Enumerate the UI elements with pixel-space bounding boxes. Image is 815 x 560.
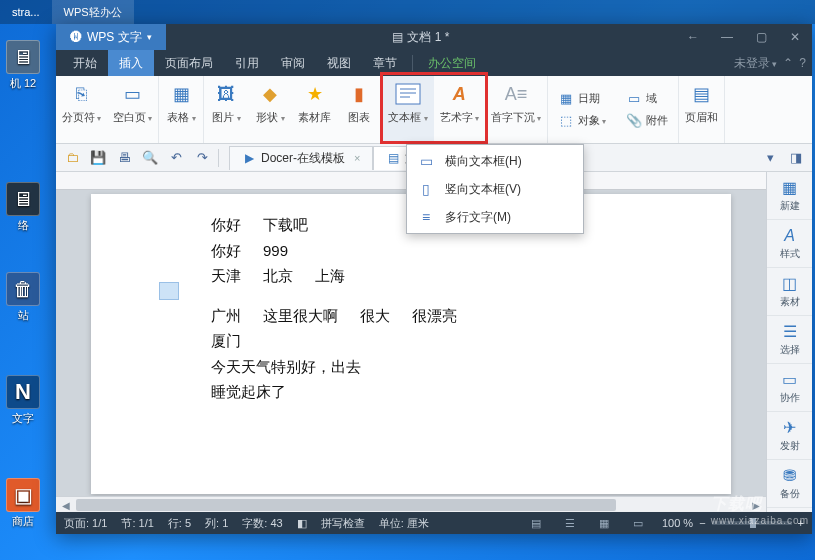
doc-title: ▤文档 1 * [166, 29, 676, 46]
task-pane-icon[interactable]: ◨ [786, 148, 806, 168]
status-unit[interactable]: 单位: 厘米 [379, 516, 429, 531]
back-button[interactable]: ← [676, 24, 710, 50]
tab-list-icon[interactable]: ▾ [760, 148, 780, 168]
doc-icon: ▤ [392, 30, 403, 44]
view-page-icon[interactable]: ▤ [526, 515, 546, 531]
chevron-down-icon: ▾ [147, 32, 152, 42]
scroll-right-icon[interactable]: ▶ [748, 497, 764, 512]
chart-button[interactable]: ▮图表 [337, 76, 381, 143]
menu-pagelayout[interactable]: 页面布局 [154, 50, 224, 76]
sp-send[interactable]: ✈发射 [767, 412, 812, 460]
menu-office-space[interactable]: 办公空间 [417, 50, 487, 76]
help-icon[interactable]: ? [799, 56, 806, 70]
menu-reference[interactable]: 引用 [224, 50, 270, 76]
open-icon[interactable]: 🗀 [62, 148, 82, 168]
textbox-vertical[interactable]: ▯竖向文本框(V) [409, 175, 581, 203]
menu-insert[interactable]: 插入 [108, 50, 154, 76]
app-name: WPS 文字 [87, 29, 142, 46]
status-chars[interactable]: 字数: 43 [242, 516, 282, 531]
view-outline-icon[interactable]: ☰ [560, 515, 580, 531]
shape-button[interactable]: ◆形状 [248, 76, 292, 143]
scroll-left-icon[interactable]: ◀ [58, 497, 74, 512]
preview-icon[interactable]: 🔍 [140, 148, 160, 168]
desktop-icon-recycle[interactable]: 🗑站 [2, 272, 44, 323]
attach-button[interactable]: 📎附件 [620, 111, 674, 131]
redo-icon[interactable]: ↷ [192, 148, 212, 168]
date-button[interactable]: ▦日期 [552, 89, 612, 109]
status-page[interactable]: 页面: 1/1 [64, 516, 107, 531]
menu-review[interactable]: 审阅 [270, 50, 316, 76]
menubar: 开始 插入 页面布局 引用 审阅 视图 章节 办公空间 未登录 ⌃ ? [56, 50, 812, 76]
sp-select[interactable]: ☰选择 [767, 316, 812, 364]
textbox-m-icon: ≡ [417, 208, 435, 226]
status-overtype-icon[interactable]: ◧ [297, 517, 307, 530]
field-button[interactable]: ▭域 [620, 89, 674, 109]
status-spellcheck[interactable]: 拼写检查 [321, 516, 365, 531]
textbox-button[interactable]: 文本框 [382, 76, 433, 143]
scroll-thumb[interactable] [76, 499, 616, 511]
zoom-control[interactable]: 100 % − + [662, 517, 804, 529]
view-read-icon[interactable]: ▭ [628, 515, 648, 531]
calendar-icon: ▦ [558, 91, 574, 107]
tab-docer[interactable]: ▶Docer-在线模板× [229, 146, 373, 170]
table-button[interactable]: ▦表格 [159, 76, 203, 143]
object-button[interactable]: ⬚对象 [552, 111, 612, 131]
picture-button[interactable]: 🖼图片 [204, 76, 248, 143]
field-icon: ▭ [626, 91, 642, 107]
sp-backup[interactable]: ⛃备份 [767, 460, 812, 508]
status-section[interactable]: 节: 1/1 [121, 516, 153, 531]
dropcap-button[interactable]: A≡首字下沉 [485, 76, 547, 143]
menu-view[interactable]: 视图 [316, 50, 362, 76]
undo-icon[interactable]: ↶ [166, 148, 186, 168]
desktop-icon-computer[interactable]: 🖥机 12 [2, 40, 44, 91]
page-tag-icon[interactable] [159, 282, 179, 300]
shape-icon: ◆ [256, 80, 284, 108]
save-icon[interactable]: 💾 [88, 148, 108, 168]
sp-new[interactable]: ▦新建 [767, 172, 812, 220]
page-viewport[interactable]: 你好下载吧 你好999 天津北京上海 广州这里很大啊很大很漂亮 厦门 今天天气特… [56, 190, 766, 496]
taskbar-btn-2[interactable]: WPS轻办公 [52, 0, 134, 24]
minimize-button[interactable]: — [710, 24, 744, 50]
zoom-value: 100 % [662, 517, 693, 529]
textbox-v-icon: ▯ [417, 180, 435, 198]
desktop-icon-network[interactable]: 🖥络 [2, 182, 44, 233]
textbox-multiline[interactable]: ≡多行文字(M) [409, 203, 581, 231]
tab-close-icon[interactable]: × [354, 152, 360, 164]
select-icon: ☰ [783, 322, 797, 341]
login-status[interactable]: 未登录 [734, 55, 778, 72]
sp-style[interactable]: A样式 [767, 220, 812, 268]
header-footer-button[interactable]: ▤页眉和 [679, 76, 724, 143]
sp-collab[interactable]: ▭协作 [767, 364, 812, 412]
menu-section[interactable]: 章节 [362, 50, 408, 76]
zoom-slider[interactable] [712, 521, 792, 525]
backup-icon: ⛃ [783, 466, 796, 485]
blankpage-button[interactable]: ▭空白页 [107, 76, 158, 143]
close-button[interactable]: ✕ [778, 24, 812, 50]
view-web-icon[interactable]: ▦ [594, 515, 614, 531]
status-line[interactable]: 行: 5 [168, 516, 191, 531]
print-icon[interactable]: 🖶 [114, 148, 134, 168]
zoom-in-icon[interactable]: + [798, 517, 804, 529]
app-badge[interactable]: 🅦 WPS 文字 ▾ [56, 24, 166, 50]
sp-resource[interactable]: ◫素材 [767, 268, 812, 316]
document-page[interactable]: 你好下载吧 你好999 天津北京上海 广州这里很大啊很大很漂亮 厦门 今天天气特… [91, 194, 731, 494]
menu-start[interactable]: 开始 [62, 50, 108, 76]
maximize-button[interactable]: ▢ [744, 24, 778, 50]
textbox-dropdown: ▭横向文本框(H) ▯竖向文本框(V) ≡多行文字(M) [406, 144, 584, 234]
side-panel: ▦新建 A样式 ◫素材 ☰选择 ▭协作 ✈发射 ⛃备份 [766, 172, 812, 512]
ribbon-insert: ⎘分页符 ▭空白页 ▦表格 🖼图片 ◆形状 ★素材库 ▮图表 文本框 A艺术字 … [56, 76, 812, 144]
pagebreak-button[interactable]: ⎘分页符 [56, 76, 107, 143]
desktop-icon-n[interactable]: N文字 [2, 375, 44, 426]
hscrollbar[interactable]: ◀ ▶ [56, 496, 766, 512]
blankpage-icon: ▭ [119, 80, 147, 108]
taskbar-btn-1[interactable]: stra... [0, 0, 52, 24]
wordart-button[interactable]: A艺术字 [434, 76, 485, 143]
collapse-ribbon-icon[interactable]: ⌃ [783, 56, 793, 70]
wordart-icon: A [445, 80, 473, 108]
resource-button[interactable]: ★素材库 [292, 76, 337, 143]
textbox-horizontal[interactable]: ▭横向文本框(H) [409, 147, 581, 175]
table-icon: ▦ [167, 80, 195, 108]
zoom-out-icon[interactable]: − [699, 517, 705, 529]
desktop-icon-store[interactable]: ▣商店 [2, 478, 44, 529]
status-col[interactable]: 列: 1 [205, 516, 228, 531]
